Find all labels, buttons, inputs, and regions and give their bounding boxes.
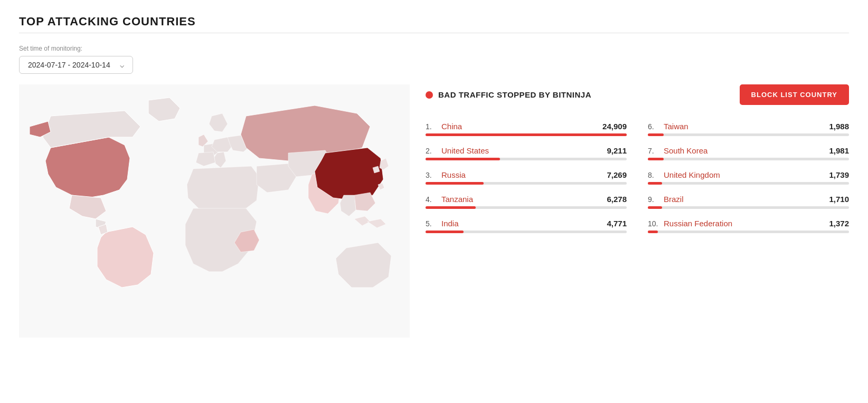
world-map bbox=[19, 84, 410, 338]
progress-bar-fill bbox=[426, 182, 484, 185]
chevron-down-icon: ⌵ bbox=[120, 61, 124, 69]
right-section: BAD TRAFFIC STOPPED BY BITNINJA BLOCK LI… bbox=[426, 84, 849, 238]
page-container: TOP ATTACKING COUNTRIES Set time of moni… bbox=[0, 0, 868, 350]
list-item: 4. Tanzania 6,278 bbox=[426, 189, 627, 214]
traffic-header: BAD TRAFFIC STOPPED BY BITNINJA BLOCK LI… bbox=[426, 84, 849, 105]
progress-bar-fill bbox=[426, 158, 500, 160]
list-item: 1. China 24,909 bbox=[426, 117, 627, 141]
progress-bar-bg bbox=[426, 133, 627, 136]
country-rank: 2. bbox=[426, 147, 438, 155]
progress-bar-fill bbox=[426, 231, 464, 233]
country-name[interactable]: India bbox=[441, 219, 597, 228]
progress-bar-bg bbox=[426, 206, 627, 209]
traffic-title-row: BAD TRAFFIC STOPPED BY BITNINJA bbox=[426, 90, 591, 99]
progress-bar-bg bbox=[426, 158, 627, 160]
date-range-selector[interactable]: 2024-07-17 - 2024-10-14 ⌵ bbox=[19, 56, 133, 74]
block-list-country-button[interactable]: BLOCK LIST COUNTRY bbox=[740, 84, 849, 105]
progress-bar-fill bbox=[648, 182, 662, 185]
country-name[interactable]: United States bbox=[441, 146, 597, 155]
country-count: 24,909 bbox=[600, 122, 627, 131]
country-name[interactable]: China bbox=[441, 122, 597, 131]
country-count: 4,771 bbox=[600, 219, 627, 228]
progress-bar-bg bbox=[648, 158, 849, 160]
country-rank: 7. bbox=[648, 147, 661, 155]
country-name[interactable]: Brazil bbox=[664, 195, 819, 204]
red-dot-icon bbox=[426, 91, 433, 99]
list-item: 3. Russia 7,269 bbox=[426, 165, 627, 189]
country-count: 1,372 bbox=[823, 219, 849, 228]
list-item: 6. Taiwan 1,988 bbox=[648, 117, 849, 141]
progress-bar-fill bbox=[648, 231, 658, 233]
country-count: 1,981 bbox=[823, 146, 849, 155]
progress-bar-bg bbox=[426, 182, 627, 185]
list-item: 5. India 4,771 bbox=[426, 214, 627, 238]
progress-bar-fill bbox=[648, 133, 664, 136]
progress-bar-bg bbox=[426, 231, 627, 233]
country-rank: 3. bbox=[426, 171, 438, 179]
countries-grid: 1. China 24,909 6. Taiwan 1,988 2. Unite… bbox=[426, 117, 849, 238]
country-rank: 6. bbox=[648, 122, 661, 131]
traffic-section-title: BAD TRAFFIC STOPPED BY BITNINJA bbox=[438, 90, 591, 99]
list-item: 9. Brazil 1,710 bbox=[648, 189, 849, 214]
country-rank: 5. bbox=[426, 219, 438, 228]
list-item: 7. South Korea 1,981 bbox=[648, 141, 849, 165]
progress-bar-fill bbox=[648, 158, 664, 160]
progress-bar-fill bbox=[426, 133, 627, 136]
main-content: BAD TRAFFIC STOPPED BY BITNINJA BLOCK LI… bbox=[19, 84, 849, 340]
country-name[interactable]: Russia bbox=[441, 170, 597, 179]
country-count: 7,269 bbox=[600, 170, 627, 179]
country-name[interactable]: Taiwan bbox=[664, 122, 819, 131]
country-name[interactable]: Tanzania bbox=[441, 195, 597, 204]
progress-bar-fill bbox=[426, 206, 476, 209]
country-count: 6,278 bbox=[600, 195, 627, 204]
progress-bar-bg bbox=[648, 206, 849, 209]
country-rank: 4. bbox=[426, 195, 438, 204]
country-count: 1,988 bbox=[823, 122, 849, 131]
monitor-label: Set time of monitoring: bbox=[19, 45, 849, 52]
list-item: 8. United Kingdom 1,739 bbox=[648, 165, 849, 189]
country-rank: 10. bbox=[648, 219, 661, 228]
list-item: 2. United States 9,211 bbox=[426, 141, 627, 165]
list-item: 10. Russian Federation 1,372 bbox=[648, 214, 849, 238]
progress-bar-fill bbox=[648, 206, 662, 209]
progress-bar-bg bbox=[648, 182, 849, 185]
progress-bar-bg bbox=[648, 133, 849, 136]
progress-bar-bg bbox=[648, 231, 849, 233]
country-rank: 9. bbox=[648, 195, 661, 204]
country-rank: 8. bbox=[648, 171, 661, 179]
country-rank: 1. bbox=[426, 122, 438, 131]
page-title: TOP ATTACKING COUNTRIES bbox=[19, 15, 849, 28]
country-count: 1,710 bbox=[823, 195, 849, 204]
country-count: 9,211 bbox=[600, 146, 627, 155]
date-range-value: 2024-07-17 - 2024-10-14 bbox=[28, 61, 110, 69]
country-count: 1,739 bbox=[823, 170, 849, 179]
country-name[interactable]: Russian Federation bbox=[664, 219, 819, 228]
country-name[interactable]: South Korea bbox=[664, 146, 819, 155]
map-section bbox=[19, 84, 410, 340]
divider bbox=[19, 33, 849, 33]
country-name[interactable]: United Kingdom bbox=[664, 170, 819, 179]
